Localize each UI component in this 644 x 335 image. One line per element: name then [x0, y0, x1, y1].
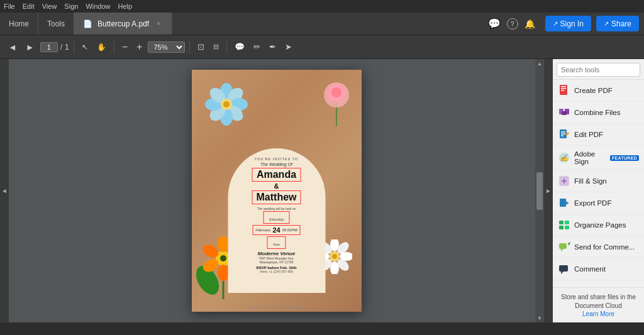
combine-files-label: Combine Files: [574, 109, 639, 116]
scroll-up-button[interactable]: ▲: [535, 59, 544, 68]
toolbar-separator-4: [226, 41, 227, 53]
adobe-sign-icon: ✍: [558, 151, 570, 164]
scroll-thumb[interactable]: [536, 172, 543, 210]
fit-page-button[interactable]: ⊡: [194, 40, 208, 54]
toolbar-separator-3: [189, 41, 190, 53]
day-text: 24: [272, 226, 280, 234]
pdf-page: YOU'RE INVITED TO The Wedding Of Amanda …: [192, 70, 362, 312]
create-pdf-icon: [558, 84, 570, 97]
scan-ocr-icon: [558, 285, 570, 287]
page-number-input[interactable]: [40, 42, 58, 52]
wedding-of-text: The Wedding Of: [260, 162, 292, 167]
name2-text: Matthew: [257, 192, 297, 203]
tool-item-comment[interactable]: Comment: [553, 258, 644, 280]
amp-text: &: [274, 182, 279, 190]
svg-rect-59: [559, 226, 564, 229]
svg-rect-61: [559, 243, 567, 249]
zoom-in-button[interactable]: +: [133, 39, 145, 55]
tab-tools[interactable]: Tools: [38, 13, 74, 35]
bell-icon[interactable]: 🔔: [525, 19, 535, 29]
svg-rect-64: [559, 265, 568, 272]
venue-text: Moderne Venue: [258, 251, 295, 256]
next-page-button[interactable]: ►: [23, 40, 38, 55]
sign-in-button[interactable]: ↗ Sign In: [545, 16, 591, 31]
svg-rect-39: [561, 88, 566, 89]
tool-item-fill-sign[interactable]: Fill & Sign: [553, 170, 644, 192]
zoom-out-button[interactable]: −: [119, 39, 131, 55]
flower-blue: [204, 82, 248, 126]
tool-item-export-pdf[interactable]: Export PDF: [553, 192, 644, 214]
adobe-sign-label: Adobe Sign: [574, 150, 606, 165]
fill-sign-label: Fill & Sign: [574, 177, 639, 185]
pdf-footer: FREE INVITATION TEMPLATE - GREETIO.COM: [192, 306, 362, 309]
tab-home[interactable]: Home: [0, 13, 38, 35]
chat-icon[interactable]: 💬: [488, 18, 501, 30]
prev-page-button[interactable]: ◄: [5, 40, 20, 55]
menu-edit[interactable]: Edit: [23, 3, 35, 10]
phone-text: Anita: +1 (234) 567-890: [260, 270, 293, 273]
svg-marker-65: [561, 272, 564, 274]
svg-point-21: [218, 265, 229, 281]
svg-point-18: [218, 236, 229, 252]
edit-pdf-label: Edit PDF: [574, 131, 639, 138]
create-pdf-label: Create PDF: [574, 87, 639, 94]
share-icon: ↗: [553, 20, 558, 27]
right-scrollbar[interactable]: ▲ ▼: [535, 59, 544, 322]
menu-help[interactable]: Help: [118, 3, 133, 10]
invited-text: YOU'RE INVITED TO: [255, 157, 299, 161]
tool-item-organize-pages[interactable]: Organize Pages: [553, 214, 644, 236]
month-text: February: [255, 228, 270, 232]
addr2-text: Massapequa, NY 11758: [260, 260, 294, 264]
right-collapse-icon: ►: [545, 187, 552, 194]
fit-width-button[interactable]: ⊟: [210, 40, 222, 53]
tab-bar: Home Tools 📄 Buttercup A.pdf × 💬 ? 🔔 ↗ S…: [0, 13, 644, 35]
stamp-button[interactable]: ✒: [266, 40, 279, 54]
export-pdf-label: Export PDF: [574, 199, 639, 207]
tool-item-create-pdf[interactable]: Create PDF: [553, 80, 644, 102]
share-button[interactable]: ↗ Share: [596, 16, 639, 31]
desc-text: The wedding will be held on: [257, 207, 296, 211]
toolbar-separator-1: [74, 41, 74, 53]
svg-point-10: [223, 101, 230, 107]
help-icon[interactable]: ?: [507, 18, 518, 30]
left-panel-collapse[interactable]: ◄: [0, 59, 9, 322]
tool-item-send-for-comment[interactable]: Send for Comme...: [553, 236, 644, 258]
export-pdf-icon: [558, 197, 570, 209]
tool-item-adobe-sign[interactable]: ✍ Adobe Sign FEATURED: [553, 146, 644, 170]
edit-pdf-icon: [558, 128, 570, 141]
hand-tool-button[interactable]: ✋: [94, 40, 109, 54]
name1-text: Amanda: [257, 169, 296, 180]
tab-file[interactable]: 📄 Buttercup A.pdf ×: [74, 13, 172, 35]
menu-file[interactable]: File: [4, 3, 15, 10]
year-text: Year: [273, 243, 280, 246]
cursor-tool-button[interactable]: ↖: [79, 40, 91, 54]
tab-close-button[interactable]: ×: [154, 19, 163, 28]
comment-icon: [558, 263, 570, 275]
tool-item-combine-files[interactable]: Combine Files: [553, 102, 644, 124]
share-arrow-icon: ↗: [604, 20, 609, 27]
time-text: 05:00PM: [282, 228, 297, 232]
right-panel-collapse[interactable]: ►: [544, 59, 553, 322]
tools-list: Create PDF Combine Files Edit PDF ✍ Adob…: [553, 80, 644, 287]
send-button[interactable]: ➤: [282, 40, 295, 54]
scroll-down-button[interactable]: ▼: [535, 314, 544, 322]
menu-view[interactable]: View: [42, 3, 57, 10]
pdf-area: YOU'RE INVITED TO The Wedding Of Amanda …: [9, 59, 544, 322]
left-collapse-icon: ◄: [1, 187, 8, 194]
right-panel: Create PDF Combine Files Edit PDF ✍ Adob…: [553, 59, 644, 322]
comment-button[interactable]: 💬: [231, 40, 248, 54]
tool-item-edit-pdf[interactable]: Edit PDF: [553, 124, 644, 146]
tool-item-scan-ocr[interactable]: Scan & OCR: [553, 280, 644, 287]
toolbar: ◄ ► / 1 ↖ ✋ − + 75% 100% 150% ⊡ ⊟ 💬 ✏ ✒ …: [0, 35, 644, 59]
featured-badge: FEATURED: [610, 155, 639, 161]
send-for-comment-label: Send for Comme...: [574, 243, 639, 251]
pen-button[interactable]: ✏: [250, 40, 264, 54]
combine-files-icon: [558, 106, 570, 119]
svg-rect-38: [561, 86, 566, 87]
learn-more-link[interactable]: Learn More: [582, 310, 614, 317]
zoom-select[interactable]: 75% 100% 150%: [148, 41, 185, 53]
menu-sign[interactable]: Sign: [64, 3, 78, 10]
fill-sign-icon: [558, 175, 570, 187]
menu-window[interactable]: Window: [86, 3, 110, 10]
search-tools-input[interactable]: [557, 63, 640, 77]
